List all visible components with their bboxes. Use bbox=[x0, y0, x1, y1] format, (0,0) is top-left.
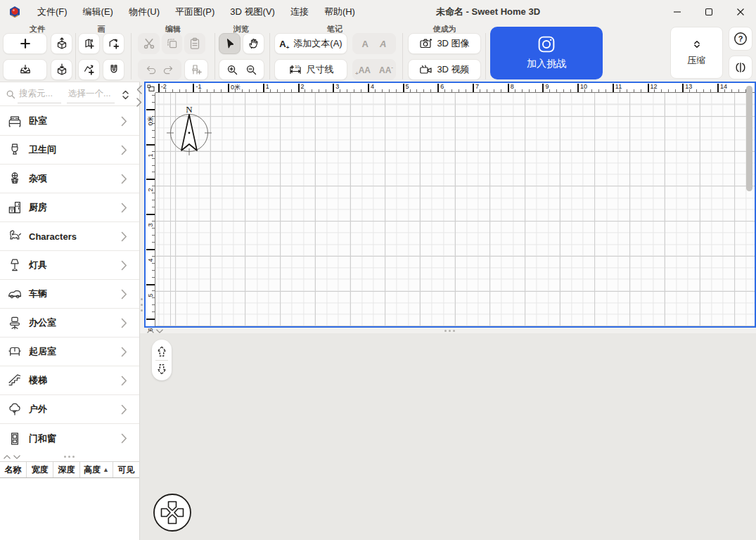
save-button[interactable] bbox=[3, 59, 47, 80]
splitter-handle[interactable] bbox=[64, 456, 75, 458]
export-button[interactable] bbox=[51, 59, 72, 80]
create-rooms-button[interactable] bbox=[103, 33, 124, 54]
ruler-minor-tick bbox=[312, 89, 312, 92]
category-living-room[interactable]: 起居室 bbox=[0, 338, 139, 366]
svg-text:10: 10 bbox=[295, 65, 300, 69]
arrow-up-icon[interactable] bbox=[156, 345, 167, 358]
category-bedroom[interactable]: 卧室 bbox=[0, 107, 139, 136]
create-walls-button[interactable] bbox=[78, 33, 100, 54]
bold-icon[interactable]: A bbox=[362, 39, 369, 49]
ruler-minor-tick bbox=[598, 89, 599, 92]
font-larger-icon[interactable]: +AA bbox=[355, 63, 371, 77]
minimize-button[interactable] bbox=[661, 0, 693, 23]
import-box-icon bbox=[56, 37, 68, 50]
bed-icon bbox=[6, 113, 23, 129]
close-button[interactable] bbox=[724, 0, 756, 23]
menu-item-3[interactable]: 平面图(P) bbox=[167, 0, 222, 23]
compass[interactable]: N bbox=[165, 89, 213, 161]
toolbar-divider bbox=[75, 33, 76, 79]
maximize-button[interactable] bbox=[693, 0, 724, 23]
ruler-major-tick bbox=[146, 214, 155, 215]
toilet-icon bbox=[6, 142, 23, 158]
compress-button[interactable]: 压缩 bbox=[670, 27, 723, 79]
pan-tool-button[interactable] bbox=[243, 33, 264, 54]
ruler-major-tick bbox=[146, 144, 155, 146]
expand-up-icon[interactable] bbox=[147, 328, 154, 333]
magnetism-button[interactable] bbox=[103, 59, 124, 80]
menu-item-1[interactable]: 编辑(E) bbox=[75, 0, 121, 23]
category-kitchen[interactable]: 厨房 bbox=[0, 193, 139, 222]
plan-3d-splitter-handle[interactable] bbox=[444, 330, 455, 332]
category-miscellaneous[interactable]: 杂项 bbox=[0, 165, 139, 193]
ruler-minor-tick bbox=[221, 89, 222, 92]
category-outdoor[interactable]: 户外 bbox=[0, 395, 139, 424]
column-header-depth[interactable]: 深度 bbox=[53, 462, 80, 477]
ruler-minor-tick bbox=[549, 89, 550, 92]
sidebar-splitter[interactable] bbox=[0, 453, 139, 461]
italic-icon[interactable]: A bbox=[380, 39, 386, 49]
help-button[interactable]: ? bbox=[729, 27, 752, 51]
zoom-in-icon[interactable] bbox=[226, 64, 238, 76]
create-3d-photo-button[interactable]: 3D 图像 bbox=[408, 33, 481, 54]
column-header-visible[interactable]: 可见 bbox=[113, 462, 139, 477]
font-smaller-icon[interactable]: AA- bbox=[379, 63, 393, 76]
paste-button[interactable] bbox=[184, 33, 205, 54]
panel-toggle-button[interactable] bbox=[729, 56, 752, 79]
create-polylines-button[interactable] bbox=[78, 59, 100, 80]
category-picker[interactable]: 选择一个... bbox=[68, 88, 110, 100]
category-bathroom[interactable]: 卫生间 bbox=[0, 136, 139, 165]
menu-item-2[interactable]: 物件(U) bbox=[121, 0, 167, 23]
copy-button[interactable] bbox=[162, 33, 182, 54]
camera-elevation-control[interactable] bbox=[152, 340, 172, 380]
collapse-left-icon[interactable] bbox=[136, 85, 142, 94]
search-input[interactable]: 搜索元... bbox=[19, 88, 53, 100]
new-home-button[interactable] bbox=[3, 33, 47, 54]
undo-icon[interactable] bbox=[145, 63, 158, 76]
ruler-minor-tick bbox=[152, 242, 155, 243]
collapse-down-icon[interactable] bbox=[13, 455, 20, 460]
category-office[interactable]: 办公室 bbox=[0, 309, 139, 338]
chevron-right-icon bbox=[121, 174, 127, 184]
spinner-arrows-icon[interactable] bbox=[121, 89, 130, 101]
menu-item-0[interactable]: 文件(F) bbox=[30, 0, 75, 23]
column-header-name[interactable]: 名称 bbox=[0, 462, 27, 477]
divider bbox=[155, 360, 168, 361]
camera-dpad-control[interactable] bbox=[153, 493, 192, 532]
ruler-major-tick bbox=[146, 284, 155, 285]
vertical-splitter-handle[interactable] bbox=[141, 298, 143, 311]
add-text-button[interactable]: A+ 添加文本(A) bbox=[274, 33, 347, 54]
plan-canvas[interactable] bbox=[155, 93, 755, 326]
menu-item-5[interactable]: 连接 bbox=[283, 0, 316, 23]
menu-item-6[interactable]: 帮助(H) bbox=[316, 0, 363, 23]
arrow-down-icon[interactable] bbox=[156, 363, 167, 375]
add-furniture-button[interactable] bbox=[184, 59, 208, 80]
category-lights[interactable]: 灯具 bbox=[0, 251, 139, 280]
menu-item-4[interactable]: 3D 视图(V) bbox=[222, 0, 283, 23]
import-button[interactable] bbox=[51, 33, 72, 54]
column-header-height[interactable]: 高度▲ bbox=[80, 462, 113, 477]
create-3d-video-button[interactable]: 3D 视频 bbox=[408, 59, 481, 80]
column-header-width[interactable]: 宽度 bbox=[27, 462, 53, 477]
ruler-label: 12 bbox=[651, 83, 658, 90]
redo-icon[interactable] bbox=[162, 63, 174, 76]
view-3d[interactable] bbox=[140, 333, 756, 540]
category-characters[interactable]: Characters bbox=[0, 222, 139, 251]
plan-vertical-scrollbar[interactable] bbox=[746, 86, 752, 191]
collapse-right-icon[interactable] bbox=[136, 98, 142, 107]
zoom-out-icon[interactable] bbox=[245, 64, 257, 76]
copy-icon bbox=[166, 37, 179, 50]
create-dimensions-button[interactable]: 10 尺寸线 bbox=[274, 59, 347, 80]
category-vehicles[interactable]: 车辆 bbox=[0, 280, 139, 309]
ruler-minor-tick bbox=[361, 89, 361, 92]
category-doors-windows[interactable]: 门和窗 bbox=[0, 424, 139, 453]
join-challenge-button[interactable]: 加入挑战 bbox=[490, 27, 603, 79]
category-staircases[interactable]: 楼梯 bbox=[0, 366, 139, 395]
ruler-minor-tick bbox=[152, 311, 155, 312]
ruler-minor-tick bbox=[591, 89, 592, 92]
select-tool-button[interactable] bbox=[219, 33, 241, 54]
window-controls bbox=[661, 0, 756, 23]
ruler-label: 8 bbox=[511, 83, 514, 90]
ruler-major-tick bbox=[577, 84, 579, 92]
cut-button[interactable] bbox=[138, 33, 160, 54]
collapse-up-icon[interactable] bbox=[4, 454, 11, 459]
